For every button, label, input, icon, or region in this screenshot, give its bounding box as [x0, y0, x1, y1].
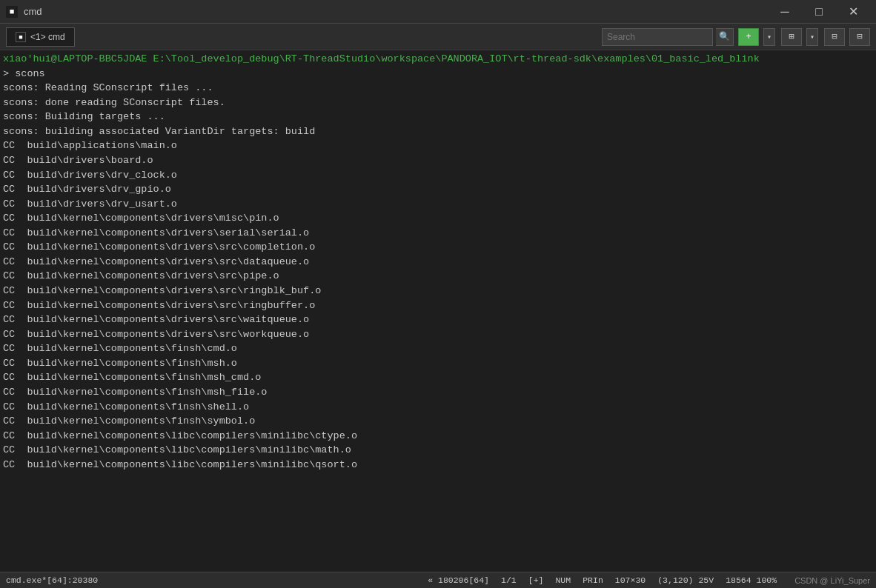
terminal-line: scons: Building targets ... — [3, 110, 873, 124]
split-dropdown-button[interactable]: ▾ — [806, 28, 818, 46]
plus-icon: + — [746, 32, 751, 42]
tab-cmd[interactable]: ■ <1> cmd — [6, 27, 75, 47]
terminal-area[interactable]: xiao'hui@LAPTOP-BBC5JDAE E:\Tool_develop… — [0, 50, 876, 572]
terminal-line: CC build\kernel\components\libc\compiler… — [3, 458, 873, 472]
status-pos2: 1/1 — [501, 575, 517, 585]
status-num: NUM — [555, 575, 571, 585]
prompt-path: xiao'hui@LAPTOP-BBC5JDAE E:\Tool_develop… — [3, 52, 873, 67]
terminal-line: > scons — [3, 67, 873, 81]
status-bar: cmd.exe*[64]:20380 « 180206[64] 1/1 [+] … — [0, 572, 876, 588]
add-dropdown-button[interactable]: ▾ — [763, 28, 775, 46]
split-view-button[interactable]: ⊞ — [781, 28, 802, 46]
window-controls: ─ □ ✕ — [768, 0, 870, 24]
terminal-line: scons: Reading SConscript files ... — [3, 81, 873, 96]
terminal-line: CC build\kernel\components\drivers\src\w… — [3, 327, 873, 342]
terminal-line: CC build\kernel\components\finsh\cmd.o — [3, 341, 873, 356]
terminal-line: CC build\kernel\components\drivers\src\r… — [3, 298, 873, 313]
terminal-line: CC build\drivers\drv_gpio.o — [3, 182, 873, 197]
terminal-line: CC build\kernel\components\finsh\symbol.… — [3, 414, 873, 429]
terminal-line: CC build\kernel\components\libc\compiler… — [3, 429, 873, 444]
status-zoom: 18564 100% — [726, 575, 777, 585]
search-input[interactable] — [602, 28, 713, 46]
title-bar: ■ cmd ─ □ ✕ — [0, 0, 876, 24]
terminal-line: scons: done reading SConscript files. — [3, 96, 873, 110]
terminal-line: CC build\drivers\board.o — [3, 153, 873, 168]
status-pos3: [+] — [528, 575, 544, 585]
close-button[interactable]: ✕ — [836, 0, 870, 24]
terminal-line: CC build\kernel\components\finsh\msh.o — [3, 356, 873, 371]
terminal-line: CC build\drivers\drv_clock.o — [3, 168, 873, 183]
terminal-line: CC build\drivers\drv_usart.o — [3, 197, 873, 212]
window-title: cmd — [24, 6, 42, 17]
toolbar: ■ <1> cmd 🔍 + ▾ ⊞ ▾ ⊟ ⊟ — [0, 24, 876, 50]
terminal-line: CC build\kernel\components\libc\compiler… — [3, 443, 873, 458]
terminal-line: CC build\kernel\components\drivers\src\r… — [3, 284, 873, 298]
status-left: cmd.exe*[64]:20380 — [6, 575, 98, 585]
terminal-line: CC build\kernel\components\drivers\src\p… — [3, 269, 873, 284]
app-icon: ■ — [6, 6, 18, 18]
view-icon-1: ⊟ — [832, 31, 837, 42]
terminal-line: CC build\kernel\components\finsh\msh_fil… — [3, 385, 873, 400]
terminal-output: > sconsscons: Reading SConscript files .… — [3, 67, 873, 472]
status-right: « 180206[64] 1/1 [+] NUM PRIn 107×30 (3,… — [428, 575, 870, 585]
tab-label: <1> cmd — [30, 32, 65, 42]
terminal-line: CC build\kernel\components\drivers\seria… — [3, 226, 873, 241]
terminal-line: CC build\kernel\components\drivers\misc\… — [3, 211, 873, 226]
maximize-button[interactable]: □ — [802, 0, 836, 24]
add-tab-button[interactable]: + — [738, 28, 759, 46]
terminal-line: scons: building associated VariantDir ta… — [3, 124, 873, 139]
status-pos1: « 180206[64] — [428, 575, 489, 585]
watermark: CSDN @ LiYi_Super — [794, 576, 870, 585]
tab-icon: ■ — [16, 32, 26, 42]
status-size: 107×30 — [615, 575, 646, 585]
minimize-button[interactable]: ─ — [768, 0, 802, 24]
view-icon-2: ⊟ — [857, 31, 862, 42]
terminal-line: CC build\kernel\components\drivers\src\w… — [3, 313, 873, 327]
view-btn-2[interactable]: ⊟ — [849, 28, 870, 46]
terminal-line: CC build\applications\main.o — [3, 138, 873, 153]
status-coords: (3,120) 25V — [657, 575, 714, 585]
status-pri: PRIn — [583, 575, 603, 585]
terminal-line: CC build\kernel\components\finsh\shell.o — [3, 400, 873, 415]
terminal-line: CC build\kernel\components\drivers\src\d… — [3, 255, 873, 270]
split-icon: ⊞ — [789, 31, 794, 42]
terminal-line: CC build\kernel\components\finsh\msh_cmd… — [3, 370, 873, 385]
terminal-line: CC build\kernel\components\drivers\src\c… — [3, 240, 873, 255]
view-btn-1[interactable]: ⊟ — [824, 28, 845, 46]
search-icon[interactable]: 🔍 — [716, 28, 734, 46]
